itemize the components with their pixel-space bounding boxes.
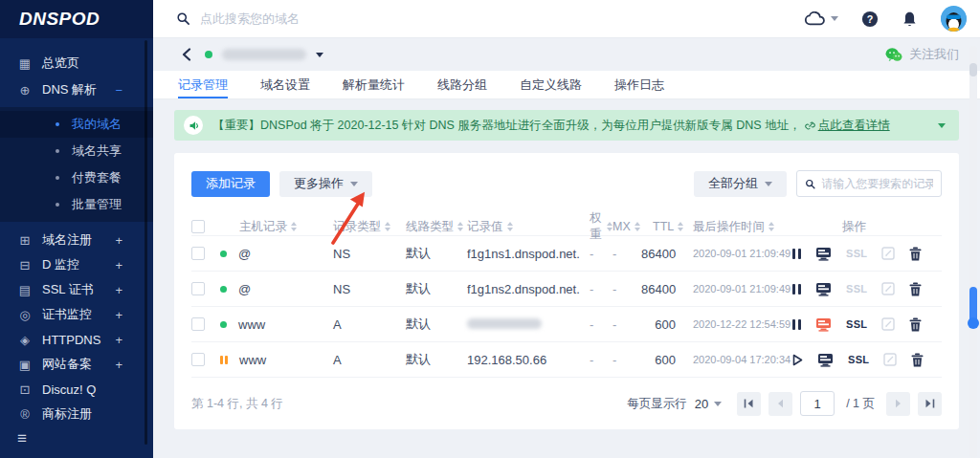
sidebar-subitem-label: 我的域名 [72,116,122,133]
domain-name-redacted[interactable] [222,49,306,60]
notice-collapse-icon[interactable] [938,123,946,128]
sidebar-item-my-domains[interactable]: 我的域名 [0,111,153,138]
grid-icon: ▦ [17,56,33,71]
row-checkbox[interactable] [191,282,205,295]
expand-icon[interactable]: + [115,333,122,347]
next-page-button[interactable] [886,392,910,416]
topbar: ? [153,0,980,38]
monitor-alert-icon[interactable] [815,317,832,332]
monitor-icon[interactable] [817,353,834,367]
edit-record-icon[interactable] [881,317,895,331]
edit-record-icon[interactable] [881,247,895,260]
col-line[interactable]: 线路类型 [406,219,467,235]
sidebar-item-discuz[interactable]: ⊡ Discuz! Q [0,377,153,402]
tab-domain-settings[interactable]: 域名设置 [260,71,310,98]
avatar[interactable] [941,6,967,32]
domain-search-input[interactable] [200,11,487,26]
tab-line-groups[interactable]: 线路分组 [437,71,487,98]
menu-collapse-icon[interactable]: ≡ [17,429,27,448]
sidebar-item-overview[interactable]: ▦ 总览页 [0,50,153,76]
expand-icon[interactable]: + [115,233,122,248]
row-checkbox[interactable] [191,353,205,366]
add-record-button[interactable]: 添加记录 [191,171,270,197]
col-mx[interactable]: MX [612,220,641,233]
pause-record-icon[interactable] [792,284,801,294]
sidebar-item-batch-manage[interactable]: 批量管理 [0,191,153,218]
notice-detail-link[interactable]: 点此查看详情 [805,118,890,134]
edit-record-icon[interactable] [881,282,895,295]
record-value: f1g1ns2.dnspod.net. [467,282,582,296]
sidebar-scrollbar[interactable] [145,40,147,445]
col-weight[interactable]: 权重 [582,210,612,243]
resume-record-icon[interactable] [792,354,803,366]
expand-icon[interactable]: + [115,258,122,273]
sidebar-item-icp-filing[interactable]: ▣ 网站备案 + [0,352,153,377]
delete-record-icon[interactable] [909,282,922,296]
page-total-label: / 1 页 [846,396,875,412]
sidebar-item-d-monitor[interactable]: ⊟ D 监控 + [0,252,153,277]
type-value: A [333,353,406,367]
sidebar-item-dns[interactable]: ⊕ DNS 解析 − [0,76,153,103]
collapse-icon[interactable]: − [115,83,122,98]
page-scrollbar-track[interactable] [969,46,977,458]
row-checkbox[interactable] [191,247,205,260]
tab-operation-logs[interactable]: 操作日志 [614,71,664,98]
col-type[interactable]: 记录类型 [333,219,406,235]
row-checkbox[interactable] [191,317,205,331]
bullet-icon [56,122,59,126]
bell-icon[interactable] [902,11,918,28]
last-page-button[interactable] [918,392,942,416]
back-icon[interactable] [182,48,191,61]
tab-custom-lines[interactable]: 自定义线路 [520,71,582,98]
edit-record-icon[interactable] [883,353,897,366]
tab-record-manage[interactable]: 记录管理 [178,71,228,98]
delete-record-icon[interactable] [911,353,924,367]
sidebar-item-ssl-cert[interactable]: ▤ SSL 证书 + [0,277,153,302]
ssl-icon[interactable]: SSL [846,318,867,330]
col-time[interactable]: 最后操作时间 [685,219,792,235]
col-host[interactable]: 主机记录 [220,219,333,235]
expand-icon[interactable]: + [115,358,122,372]
sidebar-item-domain-sharing[interactable]: 域名共享 [0,138,153,164]
expand-icon[interactable]: + [115,308,122,322]
sidebar-item-trademark[interactable]: ® 商标注册 [0,402,153,426]
ssl-icon[interactable]: SSL [848,354,869,365]
col-value[interactable]: 记录值 [467,219,582,235]
prev-page-button[interactable] [768,392,792,416]
page-scrollbar-knob[interactable] [968,317,979,329]
select-all-checkbox[interactable] [191,220,205,233]
col-ttl[interactable]: TTL [641,220,685,233]
record-search-input[interactable] [821,177,933,190]
follow-us[interactable]: 关注我们 [885,46,959,63]
ssl-icon[interactable]: SSL [846,283,867,294]
sidebar-item-httpdns[interactable]: ◈ HTTPDNS + [0,327,153,352]
delete-record-icon[interactable] [909,317,922,332]
tab-resolution-stats[interactable]: 解析量统计 [343,71,405,98]
record-enabled-dot [220,286,227,293]
more-actions-button[interactable]: 更多操作 [279,171,372,197]
host-value: @ [238,282,251,296]
help-icon[interactable]: ? [861,11,879,28]
ssl-icon[interactable]: SSL [846,248,867,259]
wechat-icon [885,48,902,62]
delete-record-icon[interactable] [909,247,922,261]
sidebar-item-domain-register[interactable]: ⊞ 域名注册 + [0,228,153,252]
monitor-icon[interactable] [815,282,832,296]
console-switch[interactable] [804,11,838,27]
ttl-value: 600 [641,317,685,332]
sidebar-item-cert-monitor[interactable]: ◎ 证书监控 + [0,302,153,327]
domain-dropdown-icon[interactable] [316,53,323,57]
mx-value: - [612,247,641,261]
expand-icon[interactable]: + [115,283,122,297]
page-scrollbar-nub[interactable] [969,63,977,76]
pause-record-icon[interactable] [792,319,801,330]
monitor-icon[interactable] [815,247,832,261]
ttl-value: 600 [641,353,685,367]
page-number-input[interactable] [800,391,835,416]
first-page-button[interactable] [737,392,761,416]
group-filter-button[interactable]: 全部分组 [694,171,787,197]
time-value: 2020-09-04 17:20:34 [685,354,792,365]
sidebar-item-paid-plans[interactable]: 付费套餐 [0,164,153,191]
per-page-select[interactable]: 20 [695,397,722,411]
pause-record-icon[interactable] [792,249,801,259]
